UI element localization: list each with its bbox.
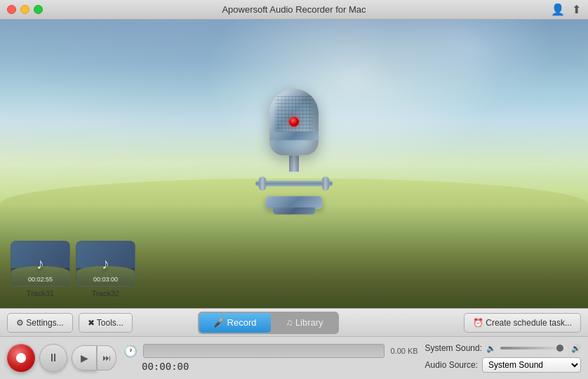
record-tab[interactable]: 🎤 Record (199, 313, 271, 333)
play-button[interactable]: ▶ (72, 345, 97, 371)
track-item-2[interactable]: ♪ 00:03:00 Track32 (76, 241, 135, 298)
close-button[interactable] (7, 5, 16, 14)
tab-group: 🎤 Record ♫ Library (198, 312, 339, 334)
track-item[interactable]: ♪ 00:02:55 Track31 (11, 241, 70, 298)
track-name-1: Track31 (27, 289, 54, 298)
app-window: Apowersoft Audio Recorder for Mac 👤 ⬆ (0, 0, 588, 379)
window-title: Apowersoft Audio Recorder for Mac (222, 4, 366, 15)
minimize-button[interactable] (20, 5, 29, 14)
track-duration-1: 00:02:55 (11, 276, 69, 283)
skip-icon: ⏭ (102, 353, 111, 363)
volume-thumb (556, 345, 563, 352)
progress-bar (143, 344, 385, 358)
time-display: 00:00:00 (142, 361, 189, 372)
pause-button[interactable]: ⏸ (39, 344, 67, 372)
progress-top: 🕐 0.00 KB (123, 344, 418, 358)
track-duration-2: 00:03:00 (76, 276, 135, 283)
volume-slider[interactable] (500, 347, 567, 350)
tracks-area: ♪ 00:02:55 Track31 ♪ 00:03:00 Track32 (11, 241, 135, 298)
mic-foot (273, 207, 315, 214)
mic-arm (255, 181, 333, 187)
volume-high-icon: 🔊 (571, 344, 581, 353)
settings-button[interactable]: ⚙ Settings... (7, 313, 73, 333)
mic-red-dot (289, 117, 299, 127)
progress-area: 🕐 0.00 KB 00:00:00 (123, 344, 418, 372)
track-music-icon-2: ♪ (102, 255, 109, 273)
file-size-display: 0.00 KB (390, 347, 417, 355)
skip-controls: ▶ ⏭ (72, 345, 116, 371)
library-tab[interactable]: ♫ Library (272, 313, 338, 333)
titlebar: Apowersoft Audio Recorder for Mac 👤 ⬆ (0, 0, 588, 20)
audio-source-label: Audio Source: (425, 360, 478, 370)
titlebar-icons: 👤 ⬆ (551, 3, 581, 16)
mic-band (269, 131, 319, 140)
pause-icon: ⏸ (48, 352, 59, 364)
mic-arm-container (252, 171, 336, 196)
maximize-button[interactable] (34, 5, 43, 14)
audio-source-row: Audio Source: System Sound Microphone Sy… (425, 357, 581, 373)
mic-body (269, 88, 319, 155)
play-icon: ▶ (81, 352, 88, 364)
user-icon: 👤 (551, 3, 565, 16)
skip-button[interactable]: ⏭ (97, 345, 116, 371)
track-music-icon-1: ♪ (36, 255, 44, 273)
toolbar-row: ⚙ Settings... ✖ Tools... 🎤 Record ♫ Libr… (0, 309, 588, 337)
volume-low-icon: 🔉 (486, 344, 496, 353)
track-thumb-1[interactable]: ♪ 00:02:55 (11, 241, 70, 286)
right-panel: System Sound: 🔉 🔊 Audio Source: System S… (425, 343, 581, 373)
schedule-button[interactable]: ⏰ Create schedule task... (464, 313, 581, 333)
hero-area: ♪ 00:02:55 Track31 ♪ 00:03:00 Track32 (0, 20, 588, 308)
mic-neck (289, 154, 299, 171)
track-thumb-2[interactable]: ♪ 00:03:00 (76, 241, 135, 286)
window-controls (7, 5, 43, 14)
controls-row: ⏸ ▶ ⏭ 🕐 0.00 KB (0, 337, 588, 379)
microphone (252, 88, 336, 214)
system-sound-label: System Sound: (425, 343, 482, 353)
bottom-panel: ⚙ Settings... ✖ Tools... 🎤 Record ♫ Libr… (0, 308, 588, 379)
clock-icon: 🕐 (123, 345, 138, 358)
playback-controls: ⏸ ▶ ⏭ (7, 344, 116, 372)
record-button[interactable] (7, 344, 35, 372)
system-sound-row: System Sound: 🔉 🔊 (425, 343, 581, 353)
tools-button[interactable]: ✖ Tools... (79, 313, 133, 333)
record-icon (16, 353, 26, 363)
share-icon: ⬆ (572, 3, 581, 16)
track-name-2: Track32 (92, 289, 119, 298)
audio-source-select[interactable]: System Sound Microphone System Sound + M… (482, 357, 581, 373)
